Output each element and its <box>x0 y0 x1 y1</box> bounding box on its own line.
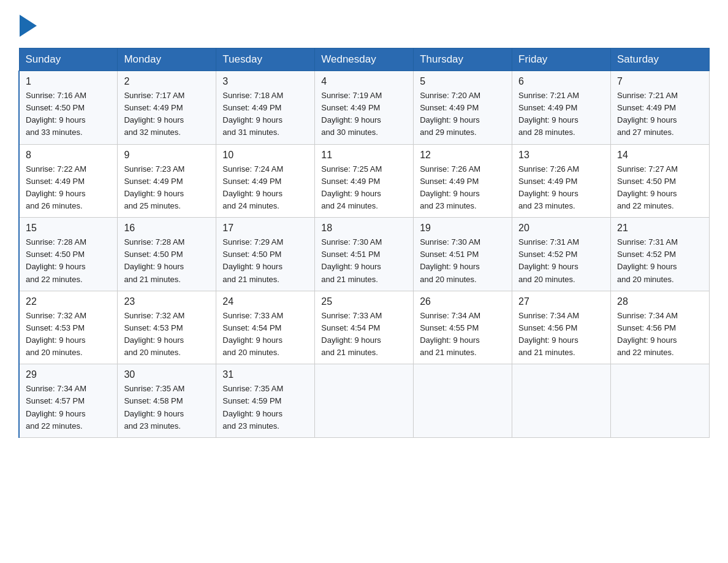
day-number: 2 <box>124 76 210 87</box>
day-number: 4 <box>321 76 407 87</box>
day-number: 5 <box>420 76 506 87</box>
calendar-day-cell: 11Sunrise: 7:25 AMSunset: 4:49 PMDayligh… <box>315 144 414 218</box>
calendar-day-cell: 7Sunrise: 7:21 AMSunset: 4:49 PMDaylight… <box>611 71 710 145</box>
day-number: 10 <box>222 150 308 161</box>
calendar-week-row: 8Sunrise: 7:22 AMSunset: 4:49 PMDaylight… <box>19 144 710 218</box>
calendar-day-cell: 24Sunrise: 7:33 AMSunset: 4:54 PMDayligh… <box>216 291 315 364</box>
day-info: Sunrise: 7:28 AMSunset: 4:50 PMDaylight:… <box>124 236 210 286</box>
calendar-day-cell: 31Sunrise: 7:35 AMSunset: 4:59 PMDayligh… <box>216 364 315 438</box>
day-info: Sunrise: 7:34 AMSunset: 4:56 PMDaylight:… <box>617 310 703 359</box>
calendar-day-cell: 26Sunrise: 7:34 AMSunset: 4:55 PMDayligh… <box>414 291 512 364</box>
calendar-day-cell: 22Sunrise: 7:32 AMSunset: 4:53 PMDayligh… <box>19 291 118 364</box>
calendar-day-cell: 29Sunrise: 7:34 AMSunset: 4:57 PMDayligh… <box>19 364 118 438</box>
weekday-header-row: SundayMondayTuesdayWednesdayThursdayFrid… <box>19 48 710 71</box>
day-info: Sunrise: 7:30 AMSunset: 4:51 PMDaylight:… <box>321 236 407 286</box>
day-number: 18 <box>321 223 407 234</box>
calendar-day-cell: 2Sunrise: 7:17 AMSunset: 4:49 PMDaylight… <box>118 71 216 145</box>
day-number: 1 <box>26 76 111 87</box>
calendar-day-cell: 8Sunrise: 7:22 AMSunset: 4:49 PMDaylight… <box>19 144 118 218</box>
calendar-day-cell: 6Sunrise: 7:21 AMSunset: 4:49 PMDaylight… <box>512 71 611 145</box>
day-number: 26 <box>420 296 506 307</box>
calendar-day-cell: 25Sunrise: 7:33 AMSunset: 4:54 PMDayligh… <box>315 291 414 364</box>
day-info: Sunrise: 7:33 AMSunset: 4:54 PMDaylight:… <box>222 310 308 359</box>
day-info: Sunrise: 7:35 AMSunset: 4:59 PMDaylight:… <box>222 383 308 432</box>
calendar-table: SundayMondayTuesdayWednesdayThursdayFrid… <box>18 48 710 438</box>
day-number: 6 <box>518 76 604 87</box>
calendar-day-cell: 4Sunrise: 7:19 AMSunset: 4:49 PMDaylight… <box>315 71 414 145</box>
calendar-day-cell: 9Sunrise: 7:23 AMSunset: 4:49 PMDaylight… <box>118 144 216 218</box>
calendar-day-cell: 15Sunrise: 7:28 AMSunset: 4:50 PMDayligh… <box>19 218 118 291</box>
day-info: Sunrise: 7:34 AMSunset: 4:55 PMDaylight:… <box>420 310 506 359</box>
day-info: Sunrise: 7:31 AMSunset: 4:52 PMDaylight:… <box>518 236 604 286</box>
calendar-day-cell: 13Sunrise: 7:26 AMSunset: 4:49 PMDayligh… <box>512 144 611 218</box>
day-info: Sunrise: 7:30 AMSunset: 4:51 PMDaylight:… <box>420 236 506 286</box>
day-info: Sunrise: 7:26 AMSunset: 4:49 PMDaylight:… <box>420 163 506 213</box>
day-number: 7 <box>617 76 703 87</box>
weekday-header-sunday: Sunday <box>19 48 118 71</box>
day-info: Sunrise: 7:34 AMSunset: 4:57 PMDaylight:… <box>26 383 111 432</box>
calendar-day-cell: 27Sunrise: 7:34 AMSunset: 4:56 PMDayligh… <box>512 291 611 364</box>
day-number: 23 <box>124 296 210 307</box>
calendar-day-cell: 5Sunrise: 7:20 AMSunset: 4:49 PMDaylight… <box>414 71 512 145</box>
day-number: 8 <box>26 150 111 161</box>
day-info: Sunrise: 7:35 AMSunset: 4:58 PMDaylight:… <box>124 383 210 432</box>
day-info: Sunrise: 7:22 AMSunset: 4:49 PMDaylight:… <box>26 163 111 213</box>
calendar-day-cell <box>611 364 710 438</box>
calendar-day-cell: 19Sunrise: 7:30 AMSunset: 4:51 PMDayligh… <box>414 218 512 291</box>
day-number: 20 <box>518 223 604 234</box>
day-info: Sunrise: 7:31 AMSunset: 4:52 PMDaylight:… <box>617 236 703 286</box>
day-number: 14 <box>617 150 703 161</box>
day-number: 22 <box>26 296 111 307</box>
day-info: Sunrise: 7:21 AMSunset: 4:49 PMDaylight:… <box>518 90 604 139</box>
calendar-week-row: 29Sunrise: 7:34 AMSunset: 4:57 PMDayligh… <box>19 364 710 438</box>
day-info: Sunrise: 7:25 AMSunset: 4:49 PMDaylight:… <box>321 163 407 213</box>
weekday-header-saturday: Saturday <box>611 48 710 71</box>
calendar-day-cell: 28Sunrise: 7:34 AMSunset: 4:56 PMDayligh… <box>611 291 710 364</box>
day-number: 25 <box>321 296 407 307</box>
calendar-day-cell: 3Sunrise: 7:18 AMSunset: 4:49 PMDaylight… <box>216 71 315 145</box>
day-info: Sunrise: 7:20 AMSunset: 4:49 PMDaylight:… <box>420 90 506 139</box>
day-info: Sunrise: 7:33 AMSunset: 4:54 PMDaylight:… <box>321 310 407 359</box>
day-info: Sunrise: 7:29 AMSunset: 4:50 PMDaylight:… <box>222 236 308 286</box>
day-number: 24 <box>222 296 308 307</box>
calendar-day-cell: 18Sunrise: 7:30 AMSunset: 4:51 PMDayligh… <box>315 218 414 291</box>
svg-marker-0 <box>20 15 37 37</box>
day-number: 27 <box>518 296 604 307</box>
weekday-header-monday: Monday <box>118 48 216 71</box>
calendar-day-cell: 1Sunrise: 7:16 AMSunset: 4:50 PMDaylight… <box>19 71 118 145</box>
day-info: Sunrise: 7:24 AMSunset: 4:49 PMDaylight:… <box>222 163 308 213</box>
calendar-day-cell <box>315 364 414 438</box>
day-info: Sunrise: 7:17 AMSunset: 4:49 PMDaylight:… <box>124 90 210 139</box>
calendar-day-cell <box>512 364 611 438</box>
day-number: 19 <box>420 223 506 234</box>
calendar-week-row: 15Sunrise: 7:28 AMSunset: 4:50 PMDayligh… <box>19 218 710 291</box>
day-info: Sunrise: 7:23 AMSunset: 4:49 PMDaylight:… <box>124 163 210 213</box>
day-number: 16 <box>124 223 210 234</box>
day-number: 12 <box>420 150 506 161</box>
page-header <box>18 15 710 37</box>
day-info: Sunrise: 7:26 AMSunset: 4:49 PMDaylight:… <box>518 163 604 213</box>
calendar-day-cell: 23Sunrise: 7:32 AMSunset: 4:53 PMDayligh… <box>118 291 216 364</box>
calendar-day-cell: 30Sunrise: 7:35 AMSunset: 4:58 PMDayligh… <box>118 364 216 438</box>
calendar-day-cell: 17Sunrise: 7:29 AMSunset: 4:50 PMDayligh… <box>216 218 315 291</box>
day-info: Sunrise: 7:18 AMSunset: 4:49 PMDaylight:… <box>222 90 308 139</box>
day-number: 17 <box>222 223 308 234</box>
day-number: 31 <box>222 369 308 380</box>
day-info: Sunrise: 7:32 AMSunset: 4:53 PMDaylight:… <box>124 310 210 359</box>
day-info: Sunrise: 7:16 AMSunset: 4:50 PMDaylight:… <box>26 90 111 139</box>
day-info: Sunrise: 7:28 AMSunset: 4:50 PMDaylight:… <box>26 236 111 286</box>
calendar-day-cell: 20Sunrise: 7:31 AMSunset: 4:52 PMDayligh… <box>512 218 611 291</box>
weekday-header-thursday: Thursday <box>414 48 512 71</box>
calendar-day-cell: 14Sunrise: 7:27 AMSunset: 4:50 PMDayligh… <box>611 144 710 218</box>
day-info: Sunrise: 7:19 AMSunset: 4:49 PMDaylight:… <box>321 90 407 139</box>
day-number: 21 <box>617 223 703 234</box>
calendar-week-row: 1Sunrise: 7:16 AMSunset: 4:50 PMDaylight… <box>19 71 710 145</box>
day-number: 3 <box>222 76 308 87</box>
logo-triangle-icon <box>20 15 37 37</box>
day-number: 29 <box>26 369 111 380</box>
calendar-week-row: 22Sunrise: 7:32 AMSunset: 4:53 PMDayligh… <box>19 291 710 364</box>
day-number: 15 <box>26 223 111 234</box>
day-info: Sunrise: 7:34 AMSunset: 4:56 PMDaylight:… <box>518 310 604 359</box>
weekday-header-wednesday: Wednesday <box>315 48 414 71</box>
day-number: 28 <box>617 296 703 307</box>
